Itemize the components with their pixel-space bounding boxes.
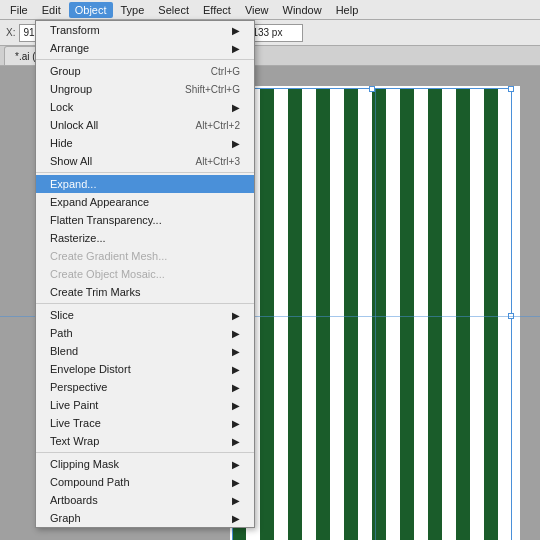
submenu-arrow-icon: ▶: [232, 102, 240, 113]
menu-item-label: Graph: [50, 512, 81, 524]
menu-item-envelope-distort[interactable]: Envelope Distort▶: [36, 360, 254, 378]
menu-item-ungroup[interactable]: UngroupShift+Ctrl+G: [36, 80, 254, 98]
submenu-arrow-icon: ▶: [232, 477, 240, 488]
menu-item-label: Create Object Mosaic...: [50, 268, 165, 280]
menu-file[interactable]: File: [4, 2, 34, 18]
submenu-arrow-icon: ▶: [232, 310, 240, 321]
menu-item-label: Arrange: [50, 42, 89, 54]
menu-item-live-trace[interactable]: Live Trace▶: [36, 414, 254, 432]
menu-item-rasterize---[interactable]: Rasterize...: [36, 229, 254, 247]
stripes-container: [232, 88, 512, 540]
vertical-guide: [375, 88, 376, 540]
menu-item-flatten-transparency---[interactable]: Flatten Transparency...: [36, 211, 254, 229]
menu-item-perspective[interactable]: Perspective▶: [36, 378, 254, 396]
menu-item-label: Group: [50, 65, 81, 77]
menu-separator: [36, 452, 254, 453]
menu-view[interactable]: View: [239, 2, 275, 18]
submenu-arrow-icon: ▶: [232, 495, 240, 506]
menu-item-label: Envelope Distort: [50, 363, 131, 375]
menu-item-label: Rasterize...: [50, 232, 106, 244]
stripe: [316, 88, 330, 540]
menu-item-label: Clipping Mask: [50, 458, 119, 470]
menu-item-create-trim-marks[interactable]: Create Trim Marks: [36, 283, 254, 301]
menu-item-label: Ungroup: [50, 83, 92, 95]
menu-item-label: Lock: [50, 101, 73, 113]
menu-item-transform[interactable]: Transform▶: [36, 21, 254, 39]
stripe: [414, 88, 428, 540]
menu-item-unlock-all[interactable]: Unlock AllAlt+Ctrl+2: [36, 116, 254, 134]
submenu-arrow-icon: ▶: [232, 138, 240, 149]
menu-item-group[interactable]: GroupCtrl+G: [36, 62, 254, 80]
menu-item-label: Create Trim Marks: [50, 286, 140, 298]
stripe: [288, 88, 302, 540]
stripe: [330, 88, 344, 540]
menu-item-label: Slice: [50, 309, 74, 321]
submenu-arrow-icon: ▶: [232, 459, 240, 470]
menu-item-slice[interactable]: Slice▶: [36, 306, 254, 324]
submenu-arrow-icon: ▶: [232, 382, 240, 393]
stripe: [498, 88, 512, 540]
menu-item-compound-path[interactable]: Compound Path▶: [36, 473, 254, 491]
menu-effect[interactable]: Effect: [197, 2, 237, 18]
stripe: [470, 88, 484, 540]
menu-item-label: Blend: [50, 345, 78, 357]
menu-item-text-wrap[interactable]: Text Wrap▶: [36, 432, 254, 450]
menu-separator: [36, 59, 254, 60]
submenu-arrow-icon: ▶: [232, 418, 240, 429]
menubar: File Edit Object Type Select Effect View…: [0, 0, 540, 20]
menu-item-shortcut: Ctrl+G: [211, 66, 240, 77]
menu-item-expand-appearance[interactable]: Expand Appearance: [36, 193, 254, 211]
stripe: [428, 88, 442, 540]
menu-edit[interactable]: Edit: [36, 2, 67, 18]
menu-item-expand---[interactable]: Expand...: [36, 175, 254, 193]
menu-item-label: Show All: [50, 155, 92, 167]
menu-object[interactable]: Object: [69, 2, 113, 18]
menu-item-shortcut: Alt+Ctrl+2: [196, 120, 240, 131]
menu-select[interactable]: Select: [152, 2, 195, 18]
menu-item-blend[interactable]: Blend▶: [36, 342, 254, 360]
menu-item-label: Unlock All: [50, 119, 98, 131]
menu-item-label: Text Wrap: [50, 435, 99, 447]
menu-item-label: Transform: [50, 24, 100, 36]
menu-item-artboards[interactable]: Artboards▶: [36, 491, 254, 509]
menu-window[interactable]: Window: [277, 2, 328, 18]
menu-type[interactable]: Type: [115, 2, 151, 18]
stripe: [274, 88, 288, 540]
menu-item-label: Artboards: [50, 494, 98, 506]
menu-item-label: Hide: [50, 137, 73, 149]
menu-separator: [36, 172, 254, 173]
menu-item-show-all[interactable]: Show AllAlt+Ctrl+3: [36, 152, 254, 170]
submenu-arrow-icon: ▶: [232, 25, 240, 36]
menu-item-arrange[interactable]: Arrange▶: [36, 39, 254, 57]
menu-item-path[interactable]: Path▶: [36, 324, 254, 342]
submenu-arrow-icon: ▶: [232, 400, 240, 411]
submenu-arrow-icon: ▶: [232, 513, 240, 524]
menu-item-clipping-mask[interactable]: Clipping Mask▶: [36, 455, 254, 473]
stripe: [386, 88, 400, 540]
menu-item-live-paint[interactable]: Live Paint▶: [36, 396, 254, 414]
menu-item-create-object-mosaic---: Create Object Mosaic...: [36, 265, 254, 283]
menu-item-shortcut: Shift+Ctrl+G: [185, 84, 240, 95]
x-label: X:: [6, 27, 15, 38]
menu-item-label: Live Paint: [50, 399, 98, 411]
menu-item-label: Expand...: [50, 178, 96, 190]
stripe: [260, 88, 274, 540]
menu-item-label: Flatten Transparency...: [50, 214, 162, 226]
menu-item-create-gradient-mesh---: Create Gradient Mesh...: [36, 247, 254, 265]
menu-help[interactable]: Help: [330, 2, 365, 18]
h-input[interactable]: [248, 24, 303, 42]
stripe: [484, 88, 498, 540]
menu-separator: [36, 303, 254, 304]
menu-item-shortcut: Alt+Ctrl+3: [196, 156, 240, 167]
stripe: [302, 88, 316, 540]
menu-item-graph[interactable]: Graph▶: [36, 509, 254, 527]
menu-item-label: Path: [50, 327, 73, 339]
submenu-arrow-icon: ▶: [232, 364, 240, 375]
object-menu: Transform▶Arrange▶GroupCtrl+GUngroupShif…: [35, 20, 255, 528]
menu-item-lock[interactable]: Lock▶: [36, 98, 254, 116]
submenu-arrow-icon: ▶: [232, 346, 240, 357]
stripe: [358, 88, 372, 540]
menu-item-hide[interactable]: Hide▶: [36, 134, 254, 152]
stripe: [344, 88, 358, 540]
menu-item-label: Perspective: [50, 381, 107, 393]
